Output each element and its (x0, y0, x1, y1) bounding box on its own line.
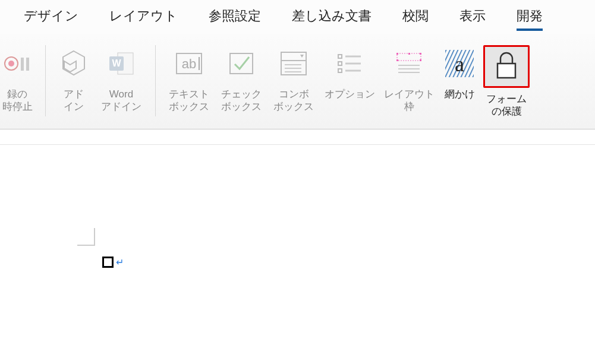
checkbox-square-icon (102, 257, 114, 268)
tab-view[interactable]: 表示 (459, 7, 486, 31)
svg-rect-28 (396, 59, 398, 61)
options-label: オプション (325, 88, 375, 100)
tab-review[interactable]: 校閲 (402, 7, 429, 31)
lock-icon (486, 48, 527, 85)
word-icon: W (106, 45, 137, 82)
protect-form-label: フォーム の保護 (486, 93, 527, 118)
layout-frame-button[interactable]: レイアウト 枠 (379, 45, 439, 113)
svg-rect-2 (21, 58, 24, 71)
hexagon-icon (58, 45, 89, 82)
svg-rect-27 (420, 53, 421, 55)
page-margin-corner (77, 228, 95, 246)
paragraph-mark-icon: ↵ (116, 257, 124, 268)
combobox-icon (278, 45, 310, 82)
record-stop-label: 録の 時停止 (2, 88, 33, 113)
svg-rect-3 (26, 58, 29, 71)
addin-label: アド イン (64, 88, 84, 113)
word-addin-label: Word アドイン (101, 88, 141, 113)
svg-rect-26 (408, 53, 410, 55)
textbox-icon: ab (173, 45, 205, 82)
checkbox-button[interactable]: チェック ボックス (215, 45, 267, 113)
divider (45, 45, 46, 116)
checkbox-label: チェック ボックス (221, 88, 262, 113)
protect-form-highlight (483, 45, 530, 88)
svg-rect-22 (338, 69, 342, 72)
svg-text:ab: ab (182, 56, 196, 71)
word-addin-button[interactable]: W Word アドイン (95, 45, 148, 113)
combobox-label: コンボ ボックス (273, 88, 314, 113)
combobox-button[interactable]: コンボ ボックス (267, 45, 320, 113)
addin-button[interactable]: アド イン (53, 45, 95, 113)
tab-mailings[interactable]: 差し込み文書 (292, 7, 372, 31)
divider (155, 45, 156, 116)
ribbon-toolbar: 録の 時停止 アド イン W Word アドイン ab (0, 34, 595, 129)
document-area[interactable]: ↵ (0, 144, 595, 364)
svg-text:W: W (112, 58, 121, 68)
svg-text:a: a (455, 52, 464, 76)
layout-frame-label: レイアウト 枠 (384, 88, 435, 113)
textbox-button[interactable]: ab テキスト ボックス (163, 45, 215, 113)
tab-layout[interactable]: レイアウト (109, 7, 178, 31)
options-icon (333, 45, 366, 82)
tab-references[interactable]: 参照設定 (209, 7, 261, 31)
form-checkbox-field[interactable]: ↵ (102, 257, 124, 268)
protect-form-button[interactable]: フォーム の保護 (480, 45, 533, 118)
shading-label: 網かけ (445, 88, 475, 100)
options-button[interactable]: オプション (320, 45, 379, 100)
svg-rect-20 (338, 62, 342, 65)
record-pause-icon (3, 45, 32, 82)
record-stop-button[interactable]: 録の 時停止 (0, 45, 38, 113)
tab-design[interactable]: デザイン (24, 7, 78, 31)
svg-rect-12 (230, 53, 253, 74)
checkbox-icon (225, 45, 257, 82)
ribbon-tabs: デザイン レイアウト 参照設定 差し込み文書 校閲 表示 開発 (0, 0, 595, 34)
svg-rect-25 (396, 53, 398, 55)
textbox-label: テキスト ボックス (169, 88, 209, 113)
shading-icon: a (443, 45, 476, 82)
svg-point-1 (8, 61, 14, 67)
layout-frame-icon (392, 45, 426, 82)
svg-rect-36 (498, 64, 515, 78)
shading-button[interactable]: a 網かけ (439, 45, 480, 100)
svg-rect-18 (338, 55, 342, 58)
tab-developer[interactable]: 開発 (517, 7, 543, 31)
svg-rect-29 (420, 59, 421, 61)
